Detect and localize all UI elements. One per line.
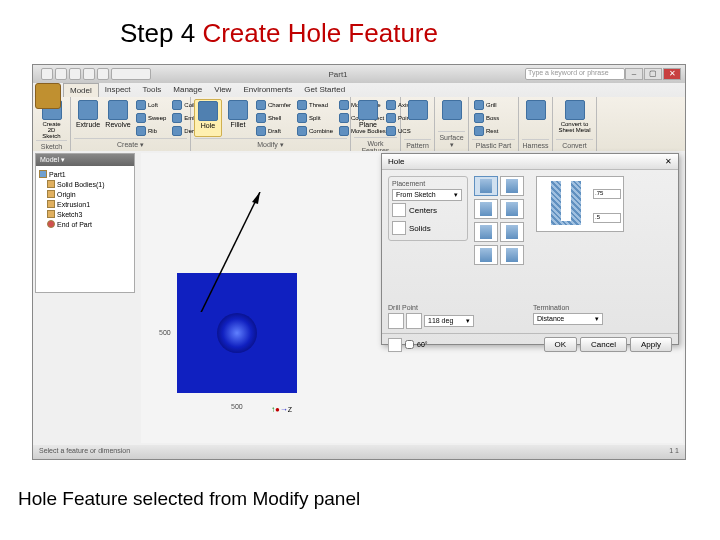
appearance-dropdown[interactable] — [111, 68, 151, 80]
extrude-button[interactable]: Extrude — [74, 99, 102, 137]
harness-button[interactable] — [522, 99, 550, 121]
plane-icon — [358, 100, 378, 120]
tab-environments[interactable]: Environments — [237, 83, 298, 97]
title-step: Step 4 — [120, 18, 202, 48]
dialog-title: Hole — [388, 157, 404, 166]
loft-icon — [136, 100, 146, 110]
tab-inspect[interactable]: Inspect — [99, 83, 137, 97]
angle-input[interactable]: 118 deg▾ — [424, 315, 474, 327]
panel-create-label: Create ▾ — [74, 138, 187, 149]
solids-row: Solids — [392, 219, 464, 237]
rest-button[interactable]: Rest — [472, 125, 501, 137]
panel-harness-label: Harness — [522, 139, 549, 149]
diameter-input[interactable]: .5 — [593, 213, 621, 223]
axis-icon — [386, 100, 396, 110]
hole-type-drilled[interactable] — [474, 176, 498, 196]
grill-button[interactable]: Grill — [472, 99, 501, 111]
centers-pick-button[interactable] — [392, 203, 406, 217]
draft-button[interactable]: Draft — [254, 125, 293, 137]
hole-fastener-taper[interactable] — [500, 245, 524, 265]
termination-dropdown[interactable]: Distance▾ — [533, 313, 603, 325]
ribbon: Model Inspect Tools Manage View Environm… — [33, 83, 685, 152]
depth-input[interactable]: .75 — [593, 189, 621, 199]
new-button[interactable] — [41, 68, 53, 80]
revolve-button[interactable]: Revolve — [104, 99, 132, 137]
rest-icon — [474, 126, 484, 136]
ok-button[interactable]: OK — [544, 337, 578, 352]
tree-solid[interactable]: Solid Bodies(1) — [39, 179, 131, 189]
shell-button[interactable]: Shell — [254, 112, 293, 124]
fillet-button[interactable]: Fillet — [224, 99, 252, 137]
hole-preview[interactable] — [217, 313, 257, 353]
dim-width[interactable]: 500 — [231, 403, 243, 410]
tab-tools[interactable]: Tools — [137, 83, 168, 97]
ribbon-panels: Create 2D Sketch Sketch Extrude Revolve … — [33, 97, 685, 151]
preview-section-icon — [551, 181, 581, 225]
inventor-app-icon[interactable] — [35, 83, 61, 109]
plane-button[interactable]: Plane — [354, 99, 382, 137]
hole-fastener-none[interactable] — [474, 222, 498, 242]
hole-button[interactable]: Hole — [194, 99, 222, 137]
undo-button[interactable] — [83, 68, 95, 80]
apply-button[interactable]: Apply — [630, 337, 672, 352]
open-button[interactable] — [55, 68, 67, 80]
maximize-button[interactable]: ▢ — [644, 68, 662, 80]
cbore-icon — [506, 179, 518, 193]
sketch-tree-icon — [47, 210, 55, 218]
tree-sketch3[interactable]: Sketch3 — [39, 209, 131, 219]
search-input[interactable]: Type a keyword or phrase — [525, 68, 625, 80]
tree-extrusion1[interactable]: Extrusion1 — [39, 199, 131, 209]
sweep-button[interactable]: Sweep — [134, 112, 168, 124]
split-button[interactable]: Split — [295, 112, 335, 124]
part-body[interactable] — [177, 273, 297, 393]
tree-origin[interactable]: Origin — [39, 189, 131, 199]
tree-part[interactable]: Part1 — [39, 169, 131, 179]
dialog-titlebar[interactable]: Hole ✕ — [382, 154, 678, 170]
dialog-close-icon[interactable]: ✕ — [665, 157, 672, 166]
moveface-icon — [339, 100, 349, 110]
tab-manage[interactable]: Manage — [167, 83, 208, 97]
boss-button[interactable]: Boss — [472, 112, 501, 124]
convert-button[interactable]: Convert to Sheet Metal — [556, 99, 593, 134]
surface-button[interactable] — [438, 99, 466, 121]
hole-type-csink[interactable] — [474, 199, 498, 219]
expand-button[interactable] — [388, 338, 402, 352]
hole-fastener-clearance[interactable] — [500, 222, 524, 242]
drillpoint-angle[interactable] — [406, 313, 422, 329]
hole-type-spotface[interactable] — [500, 199, 524, 219]
pattern-button[interactable] — [404, 99, 432, 121]
tab-model[interactable]: Model — [63, 83, 99, 97]
cancel-button[interactable]: Cancel — [580, 337, 627, 352]
extrude-icon — [78, 100, 98, 120]
minimize-button[interactable]: – — [625, 68, 643, 80]
taper-icon — [506, 248, 518, 262]
tab-view[interactable]: View — [208, 83, 237, 97]
tap-checkbox[interactable] — [405, 340, 414, 349]
hole-fastener-tapped[interactable] — [474, 245, 498, 265]
tree-end[interactable]: End of Part — [39, 219, 131, 229]
close-button[interactable]: ✕ — [663, 68, 681, 80]
dim-height[interactable]: 500 — [159, 329, 171, 336]
drillpoint-flat[interactable] — [388, 313, 404, 329]
graphics-canvas[interactable]: 500 500 ↑●→Z Hole ✕ Placement From Sketc… — [141, 153, 683, 443]
thread-button[interactable]: Thread — [295, 99, 335, 111]
browser-header[interactable]: Model ▾ — [36, 154, 134, 166]
split-icon — [297, 113, 307, 123]
panel-pattern-label: Pattern — [404, 139, 431, 149]
loft-button[interactable]: Loft — [134, 99, 168, 111]
redo-button[interactable] — [97, 68, 109, 80]
axis-triad: ↑●→Z — [271, 405, 292, 414]
panel-plastic-label: Plastic Part — [472, 139, 515, 149]
tab-getstarted[interactable]: Get Started — [298, 83, 351, 97]
save-button[interactable] — [69, 68, 81, 80]
chevron-down-icon: ▾ — [466, 317, 470, 325]
solids-pick-button[interactable] — [392, 221, 406, 235]
centers-row: Centers — [392, 201, 464, 219]
point-icon — [386, 113, 396, 123]
rib-button[interactable]: Rib — [134, 125, 168, 137]
combine-button[interactable]: Combine — [295, 125, 335, 137]
placement-dropdown[interactable]: From Sketch▾ — [392, 189, 462, 201]
chamfer-button[interactable]: Chamfer — [254, 99, 293, 111]
hole-type-cbore[interactable] — [500, 176, 524, 196]
panel-sketch-label: Sketch — [36, 140, 67, 150]
